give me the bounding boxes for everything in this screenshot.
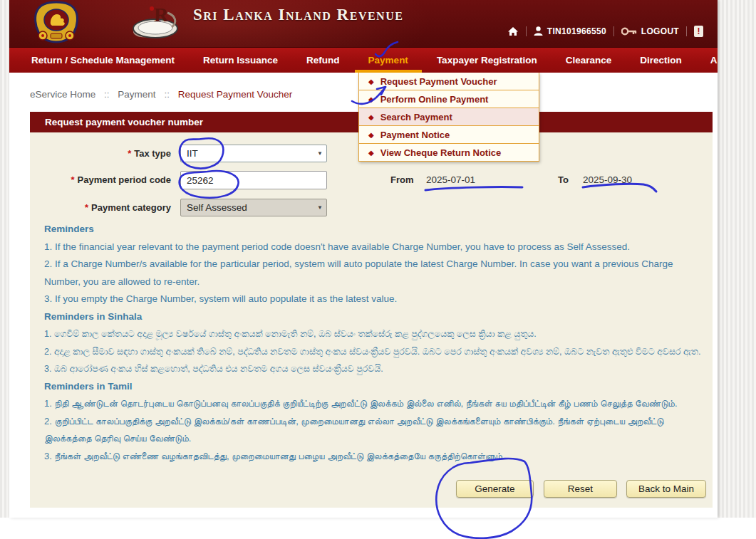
reminders-title-tamil: Reminders in Tamil (44, 378, 707, 396)
tax-type-label: *Tax type (30, 148, 171, 159)
payment-category-select[interactable]: Self Assessed ▼ (180, 199, 327, 216)
reminder-tamil-3: 3. நீங்கள் அறவீட்டு எண்ணை வழங்காதவிடத்து… (44, 448, 707, 466)
nav-item-clearance[interactable]: Clearance (566, 48, 612, 73)
home-icon (507, 26, 519, 36)
header-separator (526, 26, 527, 36)
to-label: To (558, 174, 569, 185)
tin-label: TIN101966550 (547, 26, 606, 36)
page-gutter-right (718, 0, 756, 518)
back-to-main-button[interactable]: Back to Main (626, 480, 706, 498)
nav-item-payment[interactable]: Payment (355, 48, 422, 73)
reminders-title-sinhala: Reminders in Sinhala (44, 308, 707, 326)
reminders-section: Reminders 1. If the financial year relev… (44, 221, 707, 465)
breadcrumb-separator: :: (104, 89, 110, 100)
payment-dropdown-menu: ◆ Request Payment Voucher ◆ Perform Onli… (358, 73, 539, 162)
payment-category-label: *Payment category (30, 202, 171, 213)
reminder-english-1: 1. If the financial year relevant to the… (44, 239, 707, 256)
menu-item-search-payment[interactable]: ◆ Search Payment (359, 108, 539, 126)
from-label: From (390, 174, 414, 185)
payment-category-value: Self Assessed (181, 202, 314, 213)
diamond-bullet-icon: ◆ (368, 78, 374, 85)
ird-logo: R (123, 1, 187, 46)
user-tin[interactable]: TIN101966550 (534, 26, 606, 36)
nav-item-refund[interactable]: Refund (306, 48, 340, 73)
home-button[interactable] (507, 26, 519, 36)
chevron-down-icon: ▼ (314, 204, 326, 211)
diamond-bullet-icon: ◆ (368, 131, 374, 139)
reset-button[interactable]: Reset (544, 480, 617, 498)
required-marker: * (71, 174, 74, 185)
nav-item-more[interactable]: A > (710, 48, 718, 73)
header-actions: TIN101966550 LOGOUT ! (507, 23, 703, 39)
reminder-tamil-1: 1. நிதி ஆண்டுடன் தொடர்புடைய கொடுப்பனவு க… (44, 395, 707, 413)
tax-type-select[interactable]: IIT ▼ (180, 145, 327, 162)
reminder-sinhala-3: 3. ඔබ ආරෝපණ අංකය හිස් කළහොත්, පද්ධතිය එය… (44, 360, 707, 378)
reminder-tamil-2: 2. குறிப்பிட்ட காலப்பகுதிக்கு அறவீட்டு இ… (44, 413, 707, 448)
menu-item-perform-online-payment[interactable]: ◆ Perform Online Payment (359, 90, 539, 108)
generate-button[interactable]: Generate (456, 480, 534, 498)
from-date-value: 2025-07-01 (426, 174, 475, 185)
breadcrumb-current: Request Payment Voucher (178, 89, 293, 100)
reminder-english-3: 3. If you empty the Charge Number, syste… (44, 291, 707, 308)
to-date-value: 2025-09-30 (583, 174, 632, 185)
site-title: Sri Lanka Inland Revenue (193, 6, 403, 24)
diamond-bullet-icon: ◆ (368, 149, 374, 157)
payment-period-code-input[interactable] (180, 171, 327, 189)
menu-item-payment-notice[interactable]: ◆ Payment Notice (359, 126, 539, 144)
required-marker: * (128, 148, 131, 159)
sri-lanka-emblem-logo (29, 1, 84, 45)
nav-item-return-schedule-management[interactable]: Return / Schedule Management (31, 48, 175, 73)
key-icon (621, 27, 637, 36)
reminder-sinhala-1: 1. ගෙවීම් කාල කේතයට අදාළ මූල්‍ය වර්ෂයේ ග… (44, 325, 707, 343)
menu-item-request-payment-voucher[interactable]: ◆ Request Payment Voucher (359, 73, 539, 90)
ird-monogram: R (154, 4, 169, 26)
required-marker: * (85, 202, 88, 213)
breadcrumb-home[interactable]: eService Home (30, 89, 95, 100)
payment-period-code-label: *Payment period code (30, 174, 171, 185)
main-nav: Return / Schedule Management Return Issu… (9, 47, 718, 73)
chevron-down-icon: ▼ (314, 150, 326, 157)
logout-button[interactable]: LOGOUT (621, 26, 679, 36)
form-panel: *Tax type IIT ▼ *Payment period code Fro… (30, 132, 713, 508)
site-header: R Sri Lanka Inland Revenue TIN101966550 … (9, 0, 718, 47)
nav-item-return-issuance[interactable]: Return Issuance (203, 48, 278, 73)
tax-type-value: IIT (181, 148, 314, 159)
nav-item-taxpayer-registration[interactable]: Taxpayer Registration (437, 48, 537, 73)
user-icon (534, 26, 543, 36)
logout-label: LOGOUT (641, 26, 679, 36)
reminder-sinhala-2: 2. අදාළ කාල සීමාව සඳහා ගාස්තු අංකයක් තිබ… (44, 343, 707, 361)
nav-item-direction[interactable]: Direction (640, 48, 682, 73)
diamond-bullet-icon: ◆ (368, 95, 374, 103)
header-separator (613, 26, 614, 36)
screen: R Sri Lanka Inland Revenue TIN101966550 … (0, 0, 756, 539)
header-separator (686, 26, 687, 36)
page-gutter-left (0, 0, 9, 518)
reminder-english-2: 2. If a Charge Number/s available for th… (44, 256, 707, 291)
reminders-title-english: Reminders (44, 221, 707, 239)
alert-icon[interactable]: ! (694, 26, 703, 37)
diamond-bullet-icon: ◆ (368, 113, 374, 121)
menu-item-view-cheque-return-notice[interactable]: ◆ View Cheque Return Notice (359, 144, 539, 161)
breadcrumb: eService Home :: Payment :: Request Paym… (30, 89, 292, 100)
breadcrumb-section[interactable]: Payment (118, 89, 155, 100)
breadcrumb-separator: :: (164, 89, 170, 100)
